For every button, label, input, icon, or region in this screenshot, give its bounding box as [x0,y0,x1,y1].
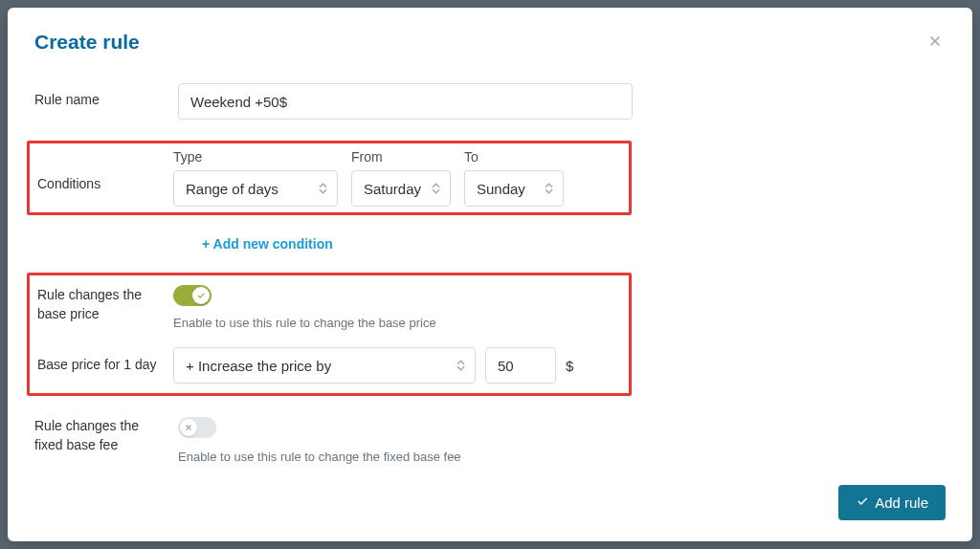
modal-header: Create rule [34,31,946,55]
modal-title: Create rule [34,31,140,54]
changes-base-controls: Enable to use this rule to change the ba… [173,285,436,330]
add-condition-button[interactable]: + Add new condition [202,236,946,252]
x-icon [184,419,193,436]
check-icon [856,494,869,511]
rule-name-label: Rule name [34,83,168,107]
base-price-controls: + Increase the price by $ [173,347,573,384]
changes-fee-row: Rule changes the fixed base fee Enable t… [34,417,946,464]
to-select[interactable]: Sunday [464,170,564,207]
sort-caret-icon [432,183,440,194]
changes-base-row: Rule changes the base price Enable to us… [37,285,436,330]
conditions-highlight: Conditions Type Range of days From [27,141,632,215]
from-select-value: Saturday [364,181,421,197]
close-icon [926,38,944,53]
type-column: Type Range of days [173,149,338,207]
rule-name-input[interactable] [178,83,633,120]
change-amount-input[interactable] [485,347,556,384]
change-type-value: + Increase the price by [186,358,331,374]
toggle-knob [180,419,197,436]
type-select[interactable]: Range of days [173,170,338,207]
to-select-value: Sunday [477,181,525,197]
to-column: To Sunday [464,149,564,207]
conditions-label: Conditions [37,149,164,191]
conditions-section: Conditions Type Range of days From [34,141,946,227]
from-column: From Saturday [351,149,451,207]
rule-name-controls [178,83,946,120]
conditions-row: Type Range of days From Saturday [173,149,564,207]
changes-base-toggle[interactable] [173,285,212,306]
rule-name-row: Rule name [34,83,946,120]
create-rule-modal: Create rule Rule name Conditions Type Ra… [8,8,972,541]
changes-fee-toggle[interactable] [178,417,216,438]
type-select-value: Range of days [186,181,278,197]
add-rule-label: Add rule [875,494,928,511]
change-type-select[interactable]: + Increase the price by [173,347,476,384]
check-icon [196,287,206,304]
base-price-row: Base price for 1 day + Increase the pric… [37,347,573,384]
currency-symbol: $ [566,358,573,374]
type-col-label: Type [173,149,338,165]
base-price-label: Base price for 1 day [37,347,164,375]
from-col-label: From [351,149,451,165]
changes-base-label: Rule changes the base price [37,285,164,323]
modal-footer: Add rule [34,485,946,520]
sort-caret-icon [545,183,553,194]
toggle-knob [192,287,210,304]
changes-fee-label: Rule changes the fixed base fee [34,417,168,454]
from-select[interactable]: Saturday [351,170,451,207]
changes-fee-helper: Enable to use this rule to change the fi… [178,450,946,464]
sort-caret-icon [319,183,327,194]
add-rule-button[interactable]: Add rule [838,485,946,520]
base-price-highlight: Rule changes the base price Enable to us… [27,273,632,396]
sort-caret-icon [457,360,465,371]
changes-fee-controls: Enable to use this rule to change the fi… [178,417,946,464]
changes-base-helper: Enable to use this rule to change the ba… [173,316,436,330]
close-button[interactable] [924,31,946,55]
to-col-label: To [464,149,564,165]
